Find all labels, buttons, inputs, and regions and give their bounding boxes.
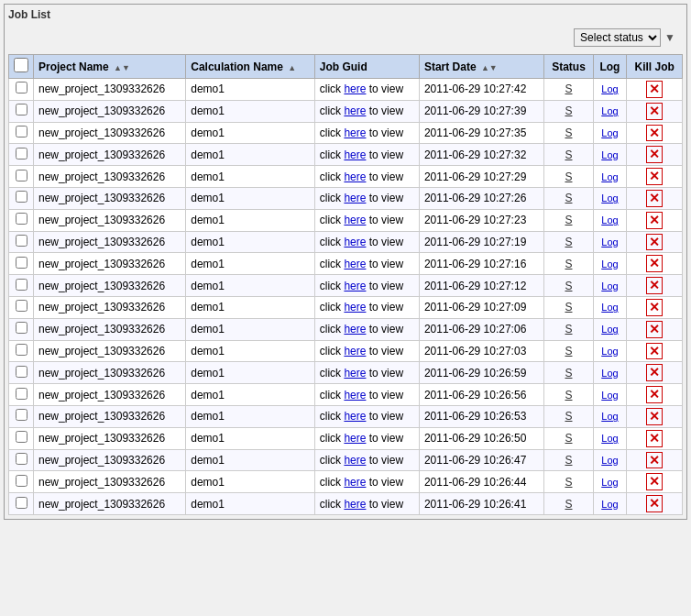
row-checkbox-cell[interactable] xyxy=(9,253,34,275)
row-checkbox[interactable] xyxy=(16,344,27,356)
here-link[interactable]: here xyxy=(344,104,366,117)
row-checkbox-cell[interactable] xyxy=(9,275,34,297)
kill-job-cell[interactable]: ✕ xyxy=(627,144,683,166)
row-checkbox[interactable] xyxy=(16,388,27,400)
row-checkbox-cell[interactable] xyxy=(9,231,34,253)
log-link[interactable]: Log xyxy=(601,171,618,182)
kill-job-button[interactable]: ✕ xyxy=(646,277,663,294)
row-checkbox-cell[interactable] xyxy=(9,405,34,427)
status-cell[interactable]: S xyxy=(544,144,593,166)
kill-job-cell[interactable]: ✕ xyxy=(627,427,683,449)
row-checkbox-cell[interactable] xyxy=(9,79,34,101)
status-cell[interactable]: S xyxy=(544,100,593,122)
log-cell[interactable]: Log xyxy=(593,493,627,515)
status-value[interactable]: S xyxy=(565,432,572,445)
kill-job-button[interactable]: ✕ xyxy=(646,234,663,251)
log-cell[interactable]: Log xyxy=(593,187,627,209)
row-checkbox[interactable] xyxy=(16,148,27,160)
log-link[interactable]: Log xyxy=(601,455,618,466)
status-cell[interactable]: S xyxy=(544,231,593,253)
status-value[interactable]: S xyxy=(565,301,572,314)
log-link[interactable]: Log xyxy=(601,280,618,292)
select-all-checkbox[interactable] xyxy=(14,58,28,72)
here-link[interactable]: here xyxy=(344,323,366,336)
kill-job-button[interactable]: ✕ xyxy=(646,255,663,272)
status-value[interactable]: S xyxy=(565,214,572,226)
log-link[interactable]: Log xyxy=(601,105,618,116)
row-checkbox-cell[interactable] xyxy=(9,100,34,122)
here-link[interactable]: here xyxy=(344,345,366,358)
log-link[interactable]: Log xyxy=(601,411,618,422)
row-checkbox[interactable] xyxy=(16,104,27,116)
here-link[interactable]: here xyxy=(344,192,366,204)
log-cell[interactable]: Log xyxy=(593,471,627,493)
here-link[interactable]: here xyxy=(344,498,366,511)
row-checkbox-cell[interactable] xyxy=(9,296,34,318)
kill-job-button[interactable]: ✕ xyxy=(646,103,663,120)
status-cell[interactable]: S xyxy=(544,166,593,188)
log-link[interactable]: Log xyxy=(601,390,618,401)
row-checkbox-cell[interactable] xyxy=(9,122,34,144)
status-value[interactable]: S xyxy=(565,410,572,423)
row-checkbox[interactable] xyxy=(16,453,27,465)
here-link[interactable]: here xyxy=(344,214,366,226)
status-cell[interactable]: S xyxy=(544,296,593,318)
here-link[interactable]: here xyxy=(344,148,366,161)
kill-job-cell[interactable]: ✕ xyxy=(627,79,683,101)
row-checkbox-cell[interactable] xyxy=(9,166,34,188)
row-checkbox[interactable] xyxy=(16,300,27,312)
log-cell[interactable]: Log xyxy=(593,427,627,449)
here-link[interactable]: here xyxy=(344,410,366,423)
status-value[interactable]: S xyxy=(565,476,572,489)
log-link[interactable]: Log xyxy=(601,499,618,510)
status-cell[interactable]: S xyxy=(544,187,593,209)
here-link[interactable]: here xyxy=(344,476,366,489)
status-value[interactable]: S xyxy=(565,192,572,204)
status-cell[interactable]: S xyxy=(544,275,593,297)
row-checkbox[interactable] xyxy=(16,366,27,378)
row-checkbox-cell[interactable] xyxy=(9,427,34,449)
status-cell[interactable]: S xyxy=(544,449,593,471)
kill-job-cell[interactable]: ✕ xyxy=(627,340,683,362)
calc-name-header[interactable]: Calculation Name ▲ xyxy=(186,55,314,79)
kill-job-button[interactable]: ✕ xyxy=(646,364,663,381)
log-cell[interactable]: Log xyxy=(593,253,627,275)
kill-job-cell[interactable]: ✕ xyxy=(627,296,683,318)
status-cell[interactable]: S xyxy=(544,253,593,275)
log-link[interactable]: Log xyxy=(601,236,618,248)
kill-job-button[interactable]: ✕ xyxy=(646,125,663,142)
log-cell[interactable]: Log xyxy=(593,100,627,122)
kill-job-cell[interactable]: ✕ xyxy=(627,362,683,384)
row-checkbox-cell[interactable] xyxy=(9,318,34,340)
log-link[interactable]: Log xyxy=(601,368,618,379)
kill-job-cell[interactable]: ✕ xyxy=(627,187,683,209)
status-select[interactable]: Select status Running Complete Failed Pe… xyxy=(574,28,661,47)
kill-job-cell[interactable]: ✕ xyxy=(627,209,683,231)
log-cell[interactable]: Log xyxy=(593,166,627,188)
row-checkbox[interactable] xyxy=(16,235,27,247)
status-value[interactable]: S xyxy=(565,258,572,270)
here-link[interactable]: here xyxy=(344,432,366,445)
status-value[interactable]: S xyxy=(565,498,572,511)
kill-job-button[interactable]: ✕ xyxy=(646,473,663,490)
here-link[interactable]: here xyxy=(344,389,366,402)
log-link[interactable]: Log xyxy=(601,433,618,444)
kill-job-cell[interactable]: ✕ xyxy=(627,471,683,493)
log-cell[interactable]: Log xyxy=(593,144,627,166)
status-value[interactable]: S xyxy=(565,454,572,467)
log-cell[interactable]: Log xyxy=(593,296,627,318)
kill-job-cell[interactable]: ✕ xyxy=(627,122,683,144)
status-cell[interactable]: S xyxy=(544,427,593,449)
row-checkbox[interactable] xyxy=(16,322,27,334)
kill-job-cell[interactable]: ✕ xyxy=(627,318,683,340)
kill-job-cell[interactable]: ✕ xyxy=(627,405,683,427)
status-cell[interactable]: S xyxy=(544,122,593,144)
here-link[interactable]: here xyxy=(344,280,366,292)
here-link[interactable]: here xyxy=(344,170,366,183)
kill-job-button[interactable]: ✕ xyxy=(646,190,663,207)
project-name-header[interactable]: Project Name ▲▼ xyxy=(34,55,186,79)
log-link[interactable]: Log xyxy=(601,477,618,488)
here-link[interactable]: here xyxy=(344,236,366,248)
row-checkbox[interactable] xyxy=(16,82,27,94)
status-value[interactable]: S xyxy=(565,82,572,95)
